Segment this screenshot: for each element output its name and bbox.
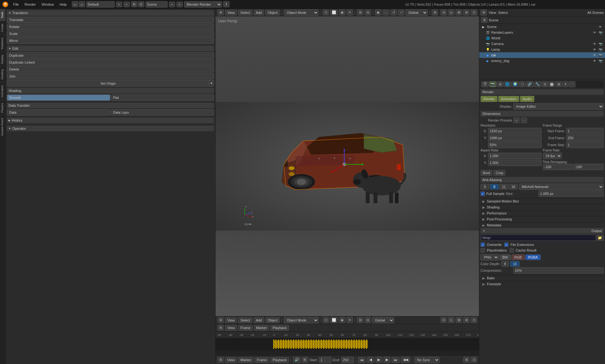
footer-shading3[interactable]: ◉	[339, 317, 345, 323]
scene-eye-btn[interactable]: 👁	[599, 25, 603, 29]
output-path-input[interactable]	[481, 235, 596, 241]
transform-manip-btn[interactable]: ↔	[383, 10, 389, 15]
menu-window[interactable]: Window	[39, 2, 56, 7]
viewport-shading-wireframe[interactable]: ⊡	[323, 9, 329, 15]
prev-frame-btn[interactable]: ◀	[367, 357, 374, 363]
footer-global-select[interactable]: Global	[372, 317, 394, 323]
play-reverse-btn[interactable]: ◀◀	[401, 357, 410, 363]
viewport-canvas[interactable]: User Persp	[216, 16, 479, 316]
snap-btn[interactable]: ⊞	[357, 9, 363, 15]
viewport-type-btn[interactable]: ⊞	[217, 9, 224, 15]
outliner-item-world[interactable]: 🌐 World	[479, 35, 605, 41]
presets-add-btn[interactable]: +	[513, 117, 520, 123]
aspect-y-field[interactable]: 1.000	[488, 160, 542, 166]
tab-display[interactable]: Display	[0, 52, 5, 67]
set-origin-btn[interactable]: Set Origin	[7, 80, 209, 87]
tl-end-btn[interactable]: ⊞	[463, 357, 470, 363]
aa-5-btn[interactable]: 5	[481, 184, 489, 190]
engine-select[interactable]: Blender Render	[184, 1, 222, 8]
end-frame-input[interactable]	[341, 357, 354, 363]
prop-tab-physics[interactable]: ⋯	[569, 81, 575, 87]
duplicate-btn[interactable]: Duplicate	[7, 52, 214, 59]
jump-start-btn[interactable]: ⏮	[358, 357, 366, 363]
cache-result-cb[interactable]	[510, 248, 514, 253]
keyframe-area[interactable]	[216, 338, 479, 350]
color-rgba-btn[interactable]: RGBA	[525, 254, 541, 260]
viewport-shading-solid[interactable]: ⬜	[330, 9, 338, 15]
local-view-btn[interactable]: ⊡	[471, 9, 477, 15]
timeline-marker-btn[interactable]: Marker	[254, 325, 269, 331]
viewport-shading-rendered[interactable]: ☀	[347, 9, 353, 15]
mode-btn[interactable]: ⊞	[131, 1, 137, 7]
outliner-item-scene[interactable]: ▶ Scene 👁	[479, 24, 605, 30]
scene-add-btn[interactable]: +	[169, 2, 175, 7]
footer-right1[interactable]: ⊟	[441, 317, 447, 323]
snap-type-btn[interactable]: ⊟	[365, 9, 371, 15]
tab-relations[interactable]: Relations	[0, 35, 5, 52]
timeline-footer-playback[interactable]: Playback	[270, 357, 289, 363]
overlay-btn[interactable]: ⊟	[441, 9, 447, 15]
renderlayers-eye[interactable]: 👁	[593, 31, 597, 34]
footer-right4[interactable]: ⊞	[463, 317, 470, 323]
outliner-type-btn[interactable]: ⊞	[481, 17, 487, 23]
presets-remove-btn[interactable]: -	[521, 117, 527, 123]
renderlayers-cam[interactable]: 📷	[599, 31, 603, 34]
data-layo-btn[interactable]: Data Layo	[111, 109, 214, 116]
scale-btn[interactable]: Scale	[7, 31, 214, 37]
lamp-eye[interactable]: 👁	[593, 48, 597, 51]
aa-filter-select[interactable]: Mitchell-Netravali	[519, 184, 604, 190]
prop-tab-render-layers[interactable]: ⊞	[497, 81, 503, 87]
add-btn[interactable]: Add	[254, 10, 264, 15]
layout-input[interactable]	[86, 1, 115, 8]
viewport-shading-material[interactable]: ◉	[339, 9, 345, 15]
layout-add-btn[interactable]: +	[116, 2, 122, 7]
footer-object-btn[interactable]: Object	[265, 317, 280, 323]
prop-tab-scene[interactable]: 🎬	[481, 81, 489, 87]
freestyle-row[interactable]: ▶ Freestyle	[481, 281, 604, 287]
end-frame-field[interactable]: 250	[566, 135, 604, 141]
enemy-dog-render-eye[interactable]: 📷	[599, 59, 603, 63]
footer-right3[interactable]: ⊠	[456, 317, 462, 323]
tab-animation[interactable]: Animation	[0, 82, 5, 100]
lamp-render-eye[interactable]: 📷	[599, 48, 603, 51]
tab-create[interactable]: Create	[0, 21, 5, 35]
start-frame-input[interactable]	[319, 357, 331, 363]
output-header[interactable]: ▼ Output	[481, 228, 604, 234]
file-extensions-cb[interactable]: ✓	[504, 242, 509, 247]
operator-section-header[interactable]: ▼ Operator	[7, 126, 214, 131]
tab-grease-pencil[interactable]: Grease Pencil	[0, 115, 5, 139]
outliner-item-lamp[interactable]: 💡 Lamp 👁 📷	[479, 47, 605, 52]
data-btn[interactable]: Data	[7, 109, 110, 116]
audio-btn[interactable]: 🔊	[293, 357, 301, 363]
aa-8-btn[interactable]: 8	[490, 184, 499, 190]
footer-shading4[interactable]: ☀	[347, 317, 353, 323]
compression-field[interactable]: 15%	[513, 267, 604, 274]
transform-manip-scale[interactable]: ⤢	[398, 9, 404, 15]
prop-tab-render[interactable]: 📷	[489, 81, 497, 87]
timeline-playback-btn[interactable]: Playback	[270, 325, 289, 331]
outliner-item-renderlayers[interactable]: 🎬 RenderLayers 👁 📷	[479, 30, 605, 35]
menu-file[interactable]: File	[11, 2, 21, 7]
frame-step-field[interactable]: 1	[566, 142, 604, 148]
prop-tab-material[interactable]: ⬤	[548, 81, 555, 87]
audio-btn[interactable]: Audio	[520, 96, 534, 102]
snap-to-btn[interactable]: ⊠	[456, 9, 462, 15]
bake-row[interactable]: ▶ Bake	[481, 275, 604, 281]
depth-16-btn[interactable]: 16	[510, 261, 520, 267]
transform-coord-select[interactable]: Global	[406, 9, 428, 16]
outliner-item-camera[interactable]: 📷 Camera 👁 📷	[479, 41, 605, 47]
depth-8-btn[interactable]: 8	[501, 261, 509, 267]
timeline-footer-type[interactable]: ⊞	[217, 357, 224, 363]
camera-render-eye[interactable]: 📷	[599, 42, 603, 46]
scene-remove-btn[interactable]: ×	[176, 2, 183, 7]
select-btn[interactable]: Select	[238, 10, 252, 15]
time-remap-new[interactable]: :100	[573, 164, 604, 170]
color-rgb-btn[interactable]: RGB	[511, 254, 525, 260]
prop-tab-object[interactable]: ⬡	[519, 81, 526, 87]
timeline-footer-marker[interactable]: Marker	[238, 357, 253, 363]
placeholders-cb[interactable]	[481, 248, 485, 253]
object-mode-select[interactable]: Object Mode	[284, 9, 319, 16]
jump-end-btn[interactable]: ⏭	[392, 357, 400, 363]
edit-section-header[interactable]: ▼ Edit	[7, 46, 214, 51]
res-x-field[interactable]: 1920 px	[488, 128, 542, 134]
